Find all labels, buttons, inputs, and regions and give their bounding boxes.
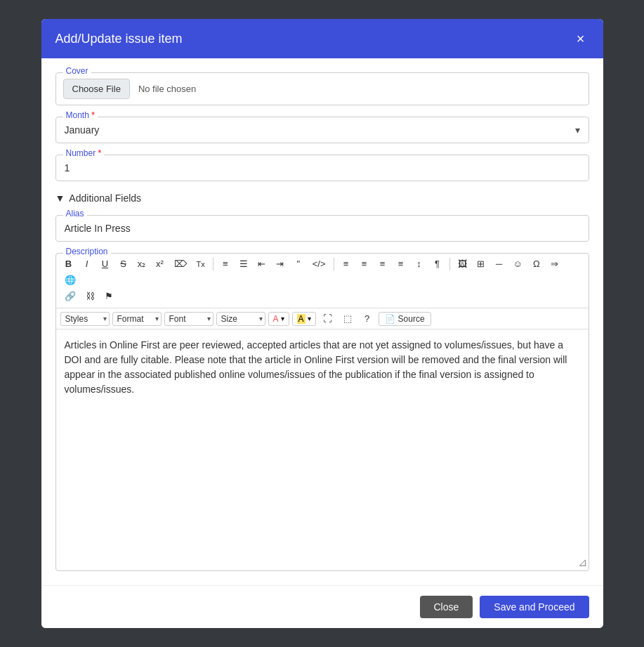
resize-handle-icon[interactable]: ⊿ (578, 556, 587, 569)
month-select-wrapper: January February March April May June Ju… (56, 117, 589, 143)
bg-color-button[interactable]: A ▾ (292, 312, 316, 326)
blockquote-button[interactable]: " (290, 256, 307, 271)
strikethrough-button[interactable]: S (115, 256, 132, 271)
additional-fields-label: Additional Fields (69, 192, 141, 204)
number-required: * (98, 148, 102, 158)
flag-button[interactable]: ⚑ (100, 289, 117, 303)
separator-1 (213, 258, 213, 270)
remove-format-button[interactable]: Tx (192, 258, 209, 270)
format-select-wrapper: Format ▾ (112, 312, 162, 326)
save-and-proceed-button[interactable]: Save and Proceed (480, 596, 589, 618)
bg-color-icon: A (297, 314, 305, 324)
font-select-wrapper: Font ▾ (164, 312, 213, 326)
source-button[interactable]: 📄 Source (379, 312, 431, 326)
additional-fields-toggle[interactable]: ▼ Additional Fields (55, 192, 589, 204)
code-button[interactable]: </> (308, 256, 330, 271)
toolbar-row-2: 🔗 ⛓ ⚑ (60, 289, 584, 303)
ordered-list-button[interactable]: ≡ (217, 256, 234, 271)
alias-input[interactable] (56, 216, 589, 241)
font-select[interactable]: Font (164, 312, 213, 326)
editor-text: Articles in Online First are peer review… (65, 339, 567, 395)
insert-link-globe-button[interactable]: 🌐 (60, 273, 80, 287)
choose-file-button[interactable]: Choose File (63, 79, 130, 99)
close-button[interactable]: Close (420, 596, 473, 618)
italic-button[interactable]: I (79, 256, 96, 271)
description-label: Description (63, 247, 111, 256)
separator-3 (449, 258, 450, 270)
styles-select-wrapper: Styles ▾ (60, 312, 110, 326)
source-label: Source (398, 314, 425, 324)
editor-resize-handle-row: ⊿ (56, 554, 589, 570)
bold-button[interactable]: B (60, 256, 77, 271)
help-button[interactable]: ? (359, 311, 376, 326)
toolbar-row-1: B I U S x₂ x² ⌦ Tx ≡ ☰ ⇤ ⇥ " </> ≡ (60, 256, 584, 287)
preview-button[interactable]: ⬚ (339, 311, 356, 326)
insert-image-button[interactable]: 🖼 (454, 256, 471, 271)
fullscreen-button[interactable]: ⛶ (319, 311, 336, 326)
modal-body: Cover Choose File No file chosen Month *… (41, 58, 603, 585)
font-color-chevron-icon: ▾ (281, 315, 284, 322)
no-file-chosen-text: No file chosen (138, 84, 196, 94)
number-field-group: Number * (55, 155, 589, 181)
cover-field-group: Cover Choose File No file chosen (55, 72, 589, 105)
font-color-icon: A (273, 314, 279, 324)
modal-footer: Close Save and Proceed (41, 585, 603, 628)
description-field-group: Description B I U S x₂ x² ⌦ Tx ≡ ☰ ⇤ ⇥ (55, 253, 589, 571)
line-height-button[interactable]: ↕ (411, 256, 428, 271)
insert-hr-button[interactable]: ─ (491, 256, 508, 271)
styles-select[interactable]: Styles (60, 312, 110, 326)
font-color-button[interactable]: A ▾ (268, 312, 289, 326)
number-input[interactable] (56, 155, 589, 181)
align-center-button[interactable]: ≡ (356, 256, 373, 271)
insert-template-button[interactable]: ⇒ (546, 256, 563, 271)
align-right-button[interactable]: ≡ (374, 256, 391, 271)
clear-format-button[interactable]: ⌦ (170, 256, 191, 271)
toolbar-selects-row: Styles ▾ Format ▾ Font ▾ (56, 308, 589, 329)
size-select[interactable]: Size (216, 312, 265, 326)
alias-field-group: Alias (55, 215, 589, 242)
month-select[interactable]: January February March April May June Ju… (56, 117, 589, 143)
bg-color-chevron-icon: ▾ (308, 315, 311, 322)
triangle-icon: ▼ (55, 192, 65, 204)
align-left-button[interactable]: ≡ (338, 256, 355, 271)
number-label: Number * (63, 148, 105, 158)
alias-label: Alias (63, 209, 87, 218)
month-field-group: Month * January February March April May… (55, 117, 589, 143)
modal-title: Add/Update issue item (55, 32, 183, 46)
superscript-button[interactable]: x² (152, 256, 169, 271)
insert-table-button[interactable]: ⊞ (473, 256, 489, 271)
modal-dialog: Add/Update issue item × Cover Choose Fil… (41, 19, 603, 628)
size-select-wrapper: Size ▾ (216, 312, 265, 326)
underline-button[interactable]: U (97, 256, 114, 271)
paragraph-button[interactable]: ¶ (429, 256, 446, 271)
unlink-button[interactable]: ⛓ (81, 289, 99, 303)
subscript-button[interactable]: x₂ (133, 256, 150, 271)
insert-emoji-button[interactable]: ☺ (509, 256, 527, 271)
cover-file-row: Choose File No file chosen (56, 73, 589, 105)
insert-special-button[interactable]: Ω (528, 256, 545, 271)
align-justify-button[interactable]: ≡ (393, 256, 409, 271)
modal-close-button[interactable]: × (572, 30, 589, 47)
format-select[interactable]: Format (112, 312, 162, 326)
unordered-list-button[interactable]: ☰ (235, 256, 252, 271)
indent-increase-button[interactable]: ⇥ (272, 256, 289, 271)
cover-label: Cover (63, 66, 91, 76)
editor-content-area[interactable]: Articles in Online First are peer review… (56, 329, 589, 554)
separator-2 (334, 258, 334, 270)
source-icon: 📄 (385, 314, 395, 324)
link-button[interactable]: 🔗 (60, 289, 80, 303)
indent-decrease-button[interactable]: ⇤ (254, 256, 270, 271)
editor-toolbar: B I U S x₂ x² ⌦ Tx ≡ ☰ ⇤ ⇥ " </> ≡ (56, 254, 589, 308)
modal-header: Add/Update issue item × (41, 19, 603, 58)
